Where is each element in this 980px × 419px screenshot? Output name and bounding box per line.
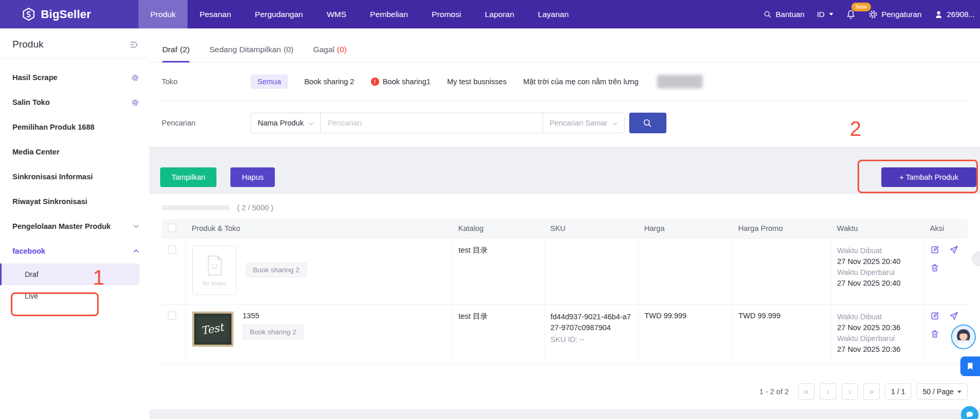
shop-tag: Book sharing 2	[243, 324, 304, 339]
page-size-select[interactable]: 50 / Page	[916, 383, 968, 400]
sidebar-item-sinkronisasi-informasi[interactable]: Sinkronisasi Informasi	[0, 164, 149, 189]
col-produk-toko: Produk & Toko	[185, 219, 452, 238]
nav-item-promosi[interactable]: Promosi	[420, 0, 473, 28]
no-image-icon	[204, 254, 225, 279]
col-harga-promo: Harga Promo	[732, 219, 831, 238]
katalog-cell: test 目录	[452, 238, 544, 304]
search-input[interactable]	[321, 113, 543, 133]
quota-text: ( 2 / 5000 )	[237, 204, 273, 212]
col-harga: Harga	[638, 219, 732, 238]
no-image-placeholder: No Image	[192, 245, 237, 295]
tab-draf[interactable]: Draf(2)	[162, 45, 190, 62]
delete-icon[interactable]	[930, 330, 939, 338]
gear-icon[interactable]	[131, 74, 139, 82]
bigseller-logo-icon	[22, 7, 36, 21]
sku-cell	[544, 238, 638, 304]
sidebar-menu: Hasil Scrape Salin Toko Pemilihan Produk…	[0, 59, 149, 307]
shop-option-blurred[interactable]	[657, 75, 703, 88]
chevron-down-icon	[957, 391, 961, 393]
nav-item-produk[interactable]: Produk	[138, 0, 188, 28]
sidebar-item-media-center[interactable]: Media Center	[0, 139, 149, 164]
help-link[interactable]: Bantuan	[764, 10, 804, 19]
nav-right: Bantuan ID New Pengaturan 26908...	[764, 0, 980, 28]
sku-id: SKU ID: --	[551, 335, 632, 344]
annotation-step-2: 2	[850, 117, 861, 141]
search-button[interactable]	[629, 113, 666, 133]
support-agent-avatar[interactable]	[951, 324, 976, 349]
gear-icon[interactable]	[131, 99, 139, 106]
sidebar-item-hasil-scrape[interactable]: Hasil Scrape	[0, 65, 149, 90]
sidebar-item-salin-toko[interactable]: Salin Toko	[0, 90, 149, 115]
delete-icon[interactable]	[930, 263, 939, 272]
sidebar-subitem-live[interactable]: Live	[0, 285, 149, 307]
nav-item-pergudangan[interactable]: Pergudangan	[243, 0, 315, 28]
col-sku: SKU	[544, 219, 638, 238]
select-all-checkbox[interactable]	[168, 224, 176, 232]
next-page-button[interactable]: ›	[842, 383, 858, 400]
row-checkbox[interactable]	[168, 312, 176, 320]
sidebar-item-riwayat-sinkronisasi[interactable]: Riwayat Sinkronisasi	[0, 189, 149, 214]
last-page-button[interactable]: »	[863, 383, 880, 400]
row-checkbox[interactable]	[168, 245, 176, 254]
first-page-button[interactable]: «	[798, 383, 815, 400]
user-account[interactable]: 26908...	[934, 10, 975, 19]
delete-button[interactable]: Hapus	[230, 167, 275, 187]
search-field-select[interactable]: Nama Produk	[251, 113, 321, 133]
shop-option-book-sharing-2[interactable]: Book sharing 2	[304, 77, 354, 86]
waktu-cell: Waktu Dibuat 27 Nov 2025 20:36 Waktu Dip…	[831, 304, 924, 363]
brand-name: BigSeller	[41, 8, 91, 21]
bookmark-icon	[966, 362, 975, 371]
add-product-button[interactable]: + Tambah Produk	[881, 167, 976, 187]
page-indicator: 1 / 1	[885, 383, 911, 400]
sidebar-item-pemilihan-produk-1688[interactable]: Pemilihan Produk 1688	[0, 115, 149, 139]
caret-down-icon	[829, 13, 833, 15]
shop-filter-label: Toko	[162, 77, 251, 86]
search-icon	[764, 10, 772, 19]
katalog-cell: test 目录	[452, 304, 544, 363]
nav-item-layanan[interactable]: Layanan	[526, 0, 580, 28]
tab-sedang-ditampilkan[interactable]: Sedang Ditampilkan(0)	[209, 45, 293, 62]
shop-tag: Book sharing 2	[246, 262, 307, 277]
nav-item-wms[interactable]: WMS	[315, 0, 358, 28]
settings-button[interactable]: Pengaturan	[868, 10, 922, 19]
error-icon: !	[371, 77, 379, 86]
notifications-button[interactable]: New	[846, 9, 856, 20]
chat-icon	[965, 410, 974, 419]
search-mode-select[interactable]: Pencarian Samar	[543, 113, 625, 133]
sidebar-collapse-icon[interactable]	[129, 40, 139, 50]
app-root: BigSeller Produk Pesanan Pergudangan WMS…	[0, 0, 980, 419]
nav-item-laporan[interactable]: Laporan	[473, 0, 526, 28]
shop-option-my-test-busnisses[interactable]: My test busnisses	[447, 77, 506, 86]
publish-icon[interactable]	[950, 245, 958, 254]
publish-icon[interactable]	[950, 312, 958, 320]
show-button[interactable]: Tampilkan	[160, 167, 216, 187]
language-select[interactable]: ID	[817, 10, 833, 19]
edit-icon[interactable]	[930, 245, 939, 254]
nav-item-pembelian[interactable]: Pembelian	[358, 0, 419, 28]
shop-option-book-sharing1[interactable]: ! Book sharing1	[371, 77, 431, 86]
shop-option-semua[interactable]: Semua	[251, 74, 288, 89]
tab-gagal[interactable]: Gagal(0)	[313, 45, 347, 62]
sidebar-item-facebook[interactable]: facebook	[0, 239, 149, 263]
gear-icon	[868, 10, 878, 19]
prev-page-button[interactable]: ‹	[820, 383, 836, 400]
edit-icon[interactable]	[930, 312, 939, 320]
sku-cell: fd44d937-9021-46b4-a727-9707c0987904 SKU…	[544, 304, 638, 363]
col-katalog: Katalog	[452, 219, 544, 238]
table-row: No Image Book sharing 2 test 目录	[162, 238, 968, 304]
ticket-widget-button[interactable]	[960, 356, 980, 376]
product-title: 1355	[243, 312, 259, 320]
main-menu: Produk Pesanan Pergudangan WMS Pembelian…	[138, 0, 581, 28]
sidebar-subitem-draf[interactable]: Draf	[0, 263, 139, 285]
sidebar: Produk Hasil Scrape Salin Toko Pemilihan…	[0, 28, 149, 419]
top-nav: BigSeller Produk Pesanan Pergudangan WMS…	[0, 0, 980, 28]
shop-option-mat-troi[interactable]: Mặt trời của mẹ con nằm trên lưng	[523, 77, 639, 86]
nav-item-pesanan[interactable]: Pesanan	[188, 0, 243, 28]
user-icon	[934, 10, 943, 19]
brand-logo[interactable]: BigSeller	[0, 0, 138, 28]
sidebar-item-pengelolaan-master-produk[interactable]: Pengelolaan Master Produk	[0, 214, 149, 239]
quota-row: ( 2 / 5000 )	[162, 199, 968, 219]
harga-cell: TWD 99.999	[638, 304, 732, 363]
chevron-down-icon	[133, 224, 139, 228]
quota-progress-bar	[162, 205, 230, 210]
